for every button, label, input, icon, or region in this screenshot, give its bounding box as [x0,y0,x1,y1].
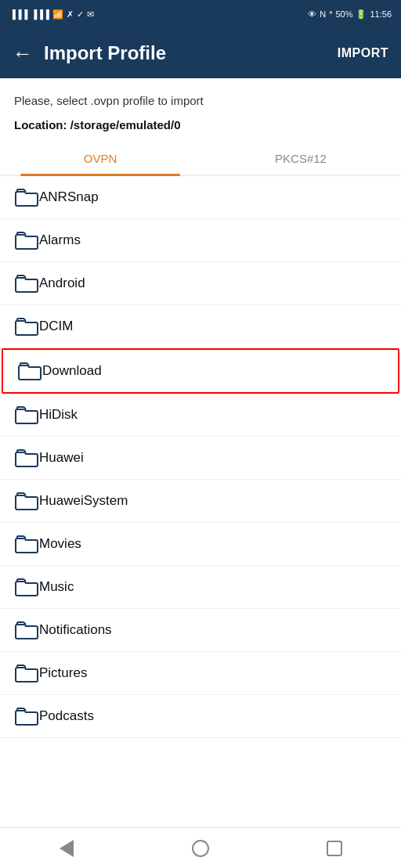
folder-name: Notifications [39,622,112,638]
folder-icon [14,448,39,468]
eye-icon: 👁 [308,9,316,19]
back-nav-button[interactable] [51,833,82,864]
home-nav-button[interactable] [185,833,216,864]
folder-icon [14,534,39,554]
folder-name: Music [39,579,74,595]
misc-icon3: ✉ [87,9,94,20]
folder-name: Pictures [39,665,87,681]
folder-name: Movies [39,536,81,552]
home-circle-icon [192,840,209,857]
signal-icon2: ▐▐▐ [31,9,49,19]
list-item[interactable]: Music [0,566,401,609]
folder-icon [17,361,42,381]
list-item[interactable]: Pictures [0,652,401,695]
location-text: Location: /storage/emulated/0 [0,113,401,142]
list-item[interactable]: Movies [0,523,401,566]
folder-icon [14,491,39,511]
folder-name: HuaweiSystem [39,493,128,509]
misc-icon1: ✗ [67,9,74,20]
subtitle-text: Please, select .ovpn profile to import [0,78,401,113]
battery-icon: 🔋 [356,9,367,20]
status-right: 👁 N * 50% 🔋 11:56 [308,9,392,20]
folder-name: ANRSnap [39,189,99,205]
folder-icon [14,230,39,250]
list-item[interactable]: HiDisk [0,394,401,437]
folder-icon [14,706,39,726]
folder-icon [14,577,39,597]
time: 11:56 [370,9,392,19]
bottom-navigation [0,827,401,868]
folder-name: Huawei [39,450,84,466]
folder-name: Android [39,276,85,291]
list-item[interactable]: Huawei [0,437,401,480]
app-header: ← Import Profile IMPORT [0,28,401,78]
folder-icon [14,663,39,683]
misc-icon2: ✓ [77,9,84,20]
list-item[interactable]: Android [0,262,401,305]
header-left: ← Import Profile [13,42,166,64]
folder-icon [14,273,39,294]
folder-icon [14,405,39,425]
folder-name: HiDisk [39,407,78,423]
folder-icon [14,187,39,207]
back-button[interactable]: ← [13,43,33,63]
list-item[interactable]: Download [2,348,399,394]
tab-pkcs12[interactable]: PKCS#12 [200,142,401,175]
tab-ovpn[interactable]: OVPN [0,142,200,175]
tab-bar: OVPN PKCS#12 [0,142,401,176]
back-triangle-icon [60,840,74,857]
folder-icon [14,620,39,640]
recents-square-icon [327,841,342,856]
folder-name: Alarms [39,232,81,248]
list-item[interactable]: DCIM [0,305,401,348]
list-item[interactable]: ANRSnap [0,176,401,219]
page-title: Import Profile [44,42,166,64]
folder-name: DCIM [39,319,73,334]
list-item[interactable]: Notifications [0,609,401,652]
nfc-icon: N [320,9,326,19]
list-item[interactable]: Podcasts [0,695,401,738]
import-button[interactable]: IMPORT [338,46,388,60]
list-item[interactable]: HuaweiSystem [0,480,401,523]
recents-nav-button[interactable] [319,833,350,864]
folder-icon [14,316,39,337]
wifi-icon: 📶 [52,9,63,20]
status-bar: ▐▐▐ ▐▐▐ 📶 ✗ ✓ ✉ 👁 N * 50% 🔋 11:56 [0,0,401,28]
bluetooth-icon: * [329,9,332,19]
file-list: ANRSnapAlarmsAndroidDCIMDownloadHiDiskHu… [0,176,401,738]
folder-name: Download [42,363,102,379]
status-left: ▐▐▐ ▐▐▐ 📶 ✗ ✓ ✉ [9,9,94,20]
list-item[interactable]: Alarms [0,219,401,262]
folder-name: Podcasts [39,708,94,724]
signal-icon1: ▐▐▐ [9,9,27,19]
battery-pct: 50% [335,9,352,19]
